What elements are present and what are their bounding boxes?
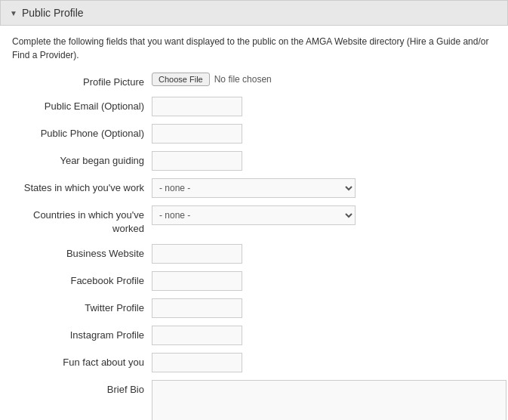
section-description: Complete the following fields that you w…	[0, 35, 508, 73]
business-website-input[interactable]	[152, 244, 242, 264]
instagram-control	[152, 326, 496, 345]
public-phone-control	[152, 124, 496, 144]
year-began-control	[152, 151, 496, 171]
fun-fact-row: Fun fact about you	[12, 353, 496, 372]
twitter-label: Twitter Profile	[12, 298, 152, 315]
fun-fact-label: Fun fact about you	[12, 353, 152, 369]
fun-fact-input[interactable]	[152, 353, 242, 372]
states-select[interactable]: - none -	[152, 178, 356, 198]
countries-control: - none -	[152, 205, 496, 225]
brief-bio-row: Brief Bio	[12, 380, 496, 420]
fun-fact-control	[152, 353, 496, 372]
profile-picture-control: Choose File No file chosen	[152, 73, 496, 86]
section-header[interactable]: ▼ Public Profile	[0, 0, 508, 26]
page-wrapper: ▼ Public Profile Complete the following …	[0, 0, 508, 420]
public-email-label: Public Email (Optional)	[12, 97, 152, 113]
year-began-input[interactable]	[152, 151, 242, 171]
instagram-label: Instagram Profile	[12, 326, 152, 342]
brief-bio-label: Brief Bio	[12, 380, 152, 397]
countries-row: Countries in which you've worked - none …	[12, 205, 496, 236]
profile-picture-row: Profile Picture Choose File No file chos…	[12, 73, 496, 89]
brief-bio-control	[152, 380, 506, 420]
business-website-label: Business Website	[12, 244, 152, 261]
twitter-row: Twitter Profile	[12, 298, 496, 318]
countries-select[interactable]: - none -	[152, 205, 356, 225]
states-control: - none -	[152, 178, 496, 198]
public-email-control	[152, 97, 496, 116]
twitter-control	[152, 298, 496, 318]
countries-label: Countries in which you've worked	[12, 205, 152, 236]
no-file-text: No file chosen	[214, 74, 272, 85]
brief-bio-textarea[interactable]	[152, 380, 506, 420]
section-title: Public Profile	[22, 7, 84, 19]
choose-file-button[interactable]: Choose File	[152, 73, 210, 86]
twitter-input[interactable]	[152, 298, 242, 318]
public-phone-row: Public Phone (Optional)	[12, 124, 496, 144]
facebook-label: Facebook Profile	[12, 271, 152, 288]
public-phone-label: Public Phone (Optional)	[12, 124, 152, 141]
year-began-row: Year began guiding	[12, 151, 496, 171]
facebook-row: Facebook Profile	[12, 271, 496, 291]
instagram-input[interactable]	[152, 326, 242, 345]
collapse-arrow-icon: ▼	[10, 9, 17, 17]
states-row: States in which you've work - none -	[12, 178, 496, 198]
states-label: States in which you've work	[12, 178, 152, 195]
facebook-control	[152, 271, 496, 291]
business-website-control	[152, 244, 496, 264]
public-email-input[interactable]	[152, 97, 242, 116]
instagram-row: Instagram Profile	[12, 326, 496, 345]
year-began-label: Year began guiding	[12, 151, 152, 168]
form-container: Profile Picture Choose File No file chos…	[0, 73, 508, 420]
public-phone-input[interactable]	[152, 124, 242, 144]
business-website-row: Business Website	[12, 244, 496, 264]
facebook-input[interactable]	[152, 271, 242, 291]
profile-picture-label: Profile Picture	[12, 73, 152, 89]
public-email-row: Public Email (Optional)	[12, 97, 496, 116]
